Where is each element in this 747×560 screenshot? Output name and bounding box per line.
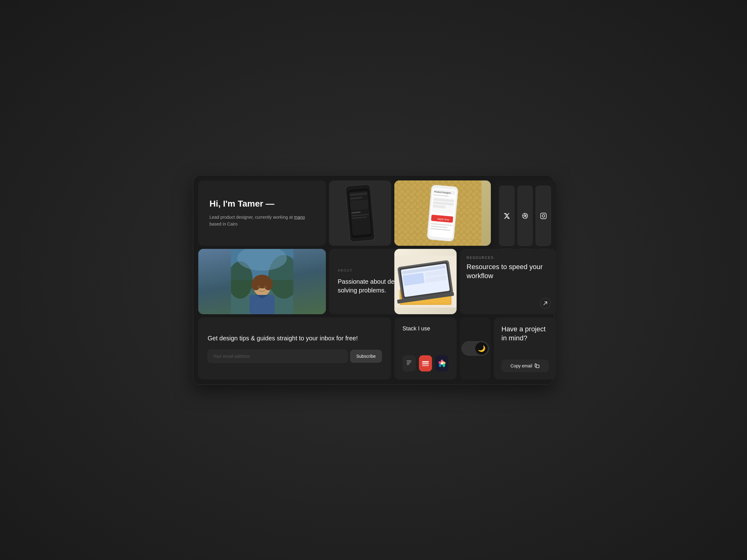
svg-rect-59 xyxy=(422,363,429,364)
contact-title: Have a project in mind? xyxy=(501,325,549,343)
svg-point-40 xyxy=(252,279,260,290)
intro-mano-link[interactable]: mano xyxy=(294,215,305,220)
svg-rect-58 xyxy=(422,361,429,363)
resources-title: Resources to speed your workflow xyxy=(467,263,549,280)
resources-card: RESOURCES Resources to speed your workfl… xyxy=(460,249,556,314)
subscribe-button[interactable]: Subscribe xyxy=(350,350,382,363)
darkmode-toggle-card: 🌙 xyxy=(460,317,491,379)
stack-card: Stack I use xyxy=(394,317,457,379)
twitter-button[interactable] xyxy=(499,185,515,246)
newsletter-title: Get design tips & guides straight to you… xyxy=(208,334,382,342)
dribbble-icon xyxy=(522,212,529,219)
stack-title: Stack I use xyxy=(403,325,448,332)
phone1-card xyxy=(329,181,391,246)
svg-point-30 xyxy=(542,214,545,217)
intro-description: Lead product designer, currently working… xyxy=(209,214,315,228)
photo-card xyxy=(198,249,326,314)
bento-grid: Hi, I'm Tamer — Lead product designer, c… xyxy=(198,181,549,379)
stack-icons xyxy=(403,355,448,371)
notion-icon[interactable] xyxy=(403,355,416,371)
intro-card: Hi, I'm Tamer — Lead product designer, c… xyxy=(198,181,326,246)
svg-point-67 xyxy=(441,362,443,365)
svg-point-42 xyxy=(258,286,260,288)
moon-icon: 🌙 xyxy=(475,342,488,355)
instagram-icon xyxy=(540,212,547,219)
craft-icon[interactable] xyxy=(435,355,448,371)
svg-rect-5 xyxy=(351,200,368,211)
copy-email-button[interactable]: Copy email xyxy=(501,359,549,372)
newsletter-card: Get design tips & guides straight to you… xyxy=(198,317,391,379)
newsletter-form: Subscribe xyxy=(208,350,382,363)
todoist-svg xyxy=(421,359,430,368)
notion-svg xyxy=(404,359,414,368)
todoist-icon[interactable] xyxy=(419,355,432,371)
svg-point-43 xyxy=(264,286,266,288)
copy-icon xyxy=(535,364,540,368)
contact-card: Have a project in mind? Copy email xyxy=(494,317,556,379)
resources-label: RESOURCES xyxy=(467,256,549,260)
intro-greeting: Hi, I'm Tamer — xyxy=(209,199,315,209)
main-container: Hi, I'm Tamer — Lead product designer, c… xyxy=(193,175,554,385)
darkmode-toggle[interactable]: 🌙 xyxy=(462,341,489,355)
laptop-svg xyxy=(394,250,457,313)
phone2-svg: Product Designer Apply Now xyxy=(426,184,459,242)
instagram-button[interactable] xyxy=(535,185,551,246)
craft-svg xyxy=(437,359,447,368)
laptop-card xyxy=(394,249,457,314)
resources-arrow-icon xyxy=(543,301,548,306)
phone2-card: Product Designer Apply Now xyxy=(394,181,491,246)
person-image xyxy=(198,249,326,314)
svg-rect-68 xyxy=(536,365,539,368)
person-svg xyxy=(231,249,293,314)
laptop-image xyxy=(394,249,457,314)
svg-point-31 xyxy=(545,214,545,214)
svg-rect-29 xyxy=(540,213,546,218)
phone1-svg xyxy=(344,184,376,243)
svg-rect-60 xyxy=(422,365,429,366)
phone1-image xyxy=(329,181,391,246)
resources-arrow-button[interactable] xyxy=(540,298,550,309)
phone2-image: Product Designer Apply Now xyxy=(394,181,491,246)
twitter-icon xyxy=(503,212,510,219)
email-input[interactable] xyxy=(208,350,348,363)
svg-point-41 xyxy=(264,279,273,290)
copy-email-label: Copy email xyxy=(511,364,532,368)
dribbble-button[interactable] xyxy=(517,185,533,246)
